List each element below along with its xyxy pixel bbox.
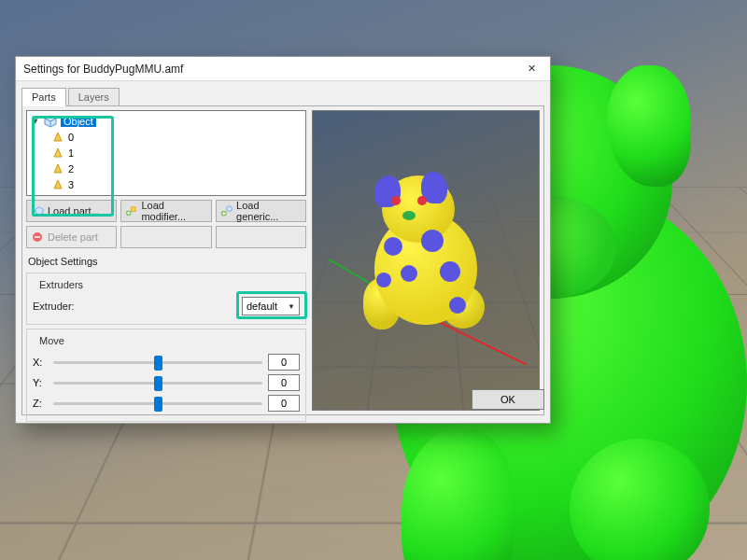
ok-button[interactable]: OK xyxy=(472,389,544,410)
empty-button xyxy=(120,226,211,248)
add-icon xyxy=(31,204,44,217)
svg-marker-4 xyxy=(54,133,62,141)
tree-item[interactable]: 1 xyxy=(29,145,303,161)
object-tree[interactable]: ▾ Object 0 xyxy=(26,110,306,196)
x-value[interactable]: 0 xyxy=(268,354,300,371)
delete-part-button: Delete part xyxy=(26,226,117,248)
preview-model xyxy=(356,175,496,334)
slider-row-x: X: 0 xyxy=(33,352,300,372)
close-button[interactable]: ✕ xyxy=(518,60,544,78)
part-icon xyxy=(51,147,64,160)
tree-root-label: Object xyxy=(61,116,96,127)
svg-marker-9 xyxy=(35,207,43,215)
dialog-footer: OK xyxy=(21,389,544,417)
button-label: Delete part xyxy=(48,231,98,243)
add-icon xyxy=(220,204,233,217)
x-slider[interactable] xyxy=(53,354,262,371)
slider-thumb[interactable] xyxy=(154,356,162,371)
dialog-title: Settings for BuddyPugMMU.amf xyxy=(23,63,183,76)
load-modifier-button[interactable]: Load modifier... xyxy=(120,200,211,222)
button-label: Load modifier... xyxy=(141,200,206,222)
load-generic-button[interactable]: Load generic... xyxy=(216,200,306,222)
axis-label: Y: xyxy=(33,377,48,388)
tab-layers[interactable]: Layers xyxy=(68,88,120,106)
tree-item[interactable]: 2 xyxy=(29,161,303,176)
svg-rect-11 xyxy=(132,207,136,212)
tree-item[interactable]: 3 xyxy=(29,176,303,192)
tree-item-label: 2 xyxy=(68,163,74,175)
extruder-select[interactable]: default ▼ xyxy=(242,297,300,315)
group-legend: Extruders xyxy=(36,279,86,290)
extruders-group: Extruders Extruder: default ▼ xyxy=(26,273,306,325)
collapse-icon[interactable]: ▾ xyxy=(31,115,40,127)
3d-viewport: Settings for BuddyPugMMU.amf ✕ Parts Lay… xyxy=(0,0,747,560)
part-icon xyxy=(51,178,64,191)
part-icon xyxy=(51,131,64,144)
settings-dialog: Settings for BuddyPugMMU.amf ✕ Parts Lay… xyxy=(15,56,551,424)
delete-icon xyxy=(31,231,44,244)
button-label: Load part... xyxy=(48,205,100,217)
button-label: Load generic... xyxy=(236,200,302,222)
button-label: OK xyxy=(500,394,515,405)
chevron-down-icon: ▼ xyxy=(288,302,295,311)
part-preview[interactable] xyxy=(312,110,540,411)
empty-button xyxy=(216,226,306,248)
tree-item-label: 0 xyxy=(68,132,74,143)
button-row: Delete part xyxy=(26,226,306,248)
svg-marker-6 xyxy=(54,164,62,173)
tab-bar: Parts Layers xyxy=(16,81,550,105)
load-part-button[interactable]: Load part... xyxy=(26,200,117,222)
svg-marker-7 xyxy=(54,180,62,189)
tab-label: Parts xyxy=(32,91,56,103)
object-icon xyxy=(44,115,57,128)
close-icon: ✕ xyxy=(528,63,536,75)
add-icon xyxy=(125,204,137,217)
button-row: Load part... Load modifier... Load gener… xyxy=(26,200,306,222)
tab-panel: ▾ Object 0 xyxy=(21,105,544,415)
group-legend: Move xyxy=(36,335,67,346)
select-value: default xyxy=(247,301,277,312)
tree-root[interactable]: ▾ Object xyxy=(29,113,303,129)
tab-label: Layers xyxy=(78,91,109,103)
object-settings-label: Object Settings xyxy=(28,256,304,267)
tree-item[interactable]: 0 xyxy=(29,129,303,145)
axis-label: X: xyxy=(33,357,48,368)
tree-item-label: 3 xyxy=(68,179,74,190)
dialog-titlebar[interactable]: Settings for BuddyPugMMU.amf ✕ xyxy=(16,57,550,81)
tab-parts[interactable]: Parts xyxy=(21,88,66,106)
svg-point-13 xyxy=(226,206,232,212)
extruder-label: Extruder: xyxy=(33,301,81,312)
svg-marker-5 xyxy=(54,148,62,157)
tree-item-label: 1 xyxy=(68,147,74,159)
part-icon xyxy=(51,162,64,175)
